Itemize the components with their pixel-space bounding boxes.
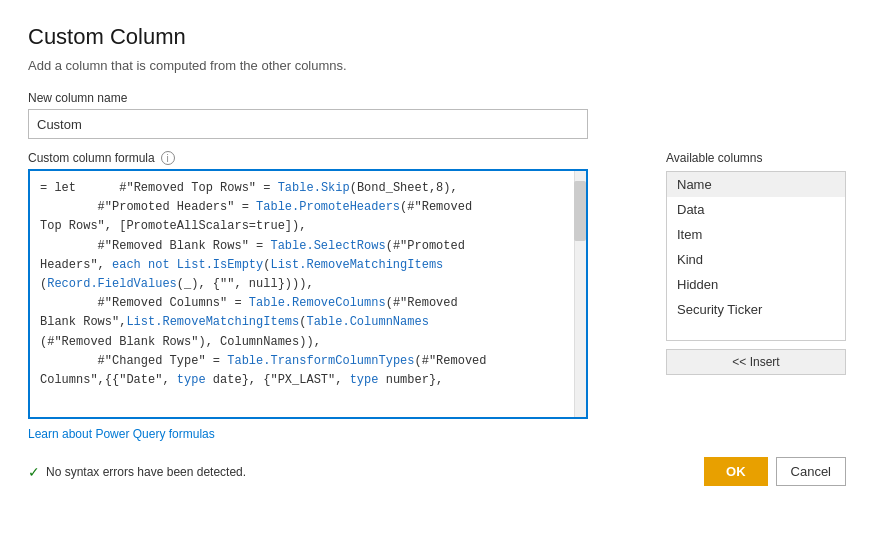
- column-item-item[interactable]: Item: [667, 222, 845, 247]
- columns-list: Name Data Item Kind Hidden Security Tick…: [666, 171, 846, 341]
- syntax-status: ✓ No syntax errors have been detected.: [28, 464, 246, 480]
- column-name-input[interactable]: [28, 109, 588, 139]
- formula-highlight: = let #"Removed Top Rows" = Table.Skip(B…: [30, 171, 586, 417]
- formula-scrollbar[interactable]: [574, 171, 586, 417]
- ok-button[interactable]: OK: [704, 457, 768, 486]
- syntax-message: No syntax errors have been detected.: [46, 465, 246, 479]
- column-item-data[interactable]: Data: [667, 197, 845, 222]
- formula-label: Custom column formula: [28, 151, 155, 165]
- column-name-label: New column name: [28, 91, 846, 105]
- column-item-hidden[interactable]: Hidden: [667, 272, 845, 297]
- available-columns-label: Available columns: [666, 151, 846, 165]
- learn-link[interactable]: Learn about Power Query formulas: [28, 427, 650, 441]
- dialog-title: Custom Column: [28, 24, 846, 50]
- check-icon: ✓: [28, 464, 40, 480]
- formula-editor[interactable]: = let #"Removed Top Rows" = Table.Skip(B…: [28, 169, 588, 419]
- column-item-kind[interactable]: Kind: [667, 247, 845, 272]
- cancel-button[interactable]: Cancel: [776, 457, 846, 486]
- column-item-name[interactable]: Name: [667, 172, 845, 197]
- info-icon: i: [161, 151, 175, 165]
- dialog-subtitle: Add a column that is computed from the o…: [28, 58, 846, 73]
- insert-button[interactable]: << Insert: [666, 349, 846, 375]
- column-item-security-ticker[interactable]: Security Ticker: [667, 297, 845, 322]
- scrollbar-thumb: [574, 181, 586, 241]
